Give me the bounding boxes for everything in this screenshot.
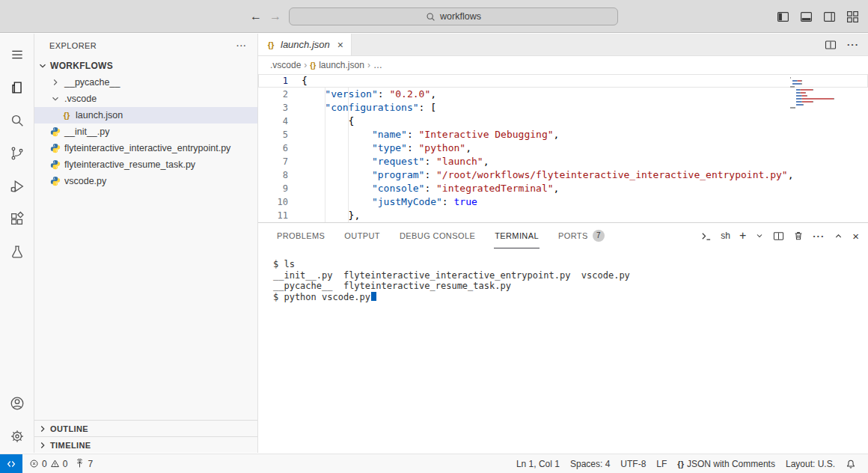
terminal-profile-label[interactable]: sh xyxy=(721,231,730,241)
code-line[interactable]: 6 "type": "python", xyxy=(258,141,868,155)
python-icon xyxy=(50,176,61,186)
tree-root-workflows[interactable]: WORKFLOWS xyxy=(34,58,257,74)
explorer-tree: __pycache__.vscode{}launch.json__init__.… xyxy=(34,74,257,189)
kill-terminal-icon[interactable] xyxy=(793,231,804,241)
remote-indicator[interactable] xyxy=(0,454,22,473)
breadcrumb-file[interactable]: launch.json xyxy=(319,60,364,70)
breadcrumb-symbol[interactable]: … xyxy=(373,60,382,70)
chevron-right-icon xyxy=(37,440,48,451)
keyboard-layout[interactable]: Layout: U.S. xyxy=(781,459,840,469)
minimap[interactable] xyxy=(790,77,858,110)
tree-item-label: .vscode xyxy=(64,94,97,104)
tab-problems[interactable]: PROBLEMS xyxy=(276,223,326,248)
tree-item-label: vscode.py xyxy=(64,176,106,186)
code-line[interactable]: 2 "version": "0.2.0", xyxy=(258,88,868,101)
outline-label: OUTLINE xyxy=(50,424,88,433)
customize-layout-icon[interactable] xyxy=(846,10,859,23)
root-folder-label: WORKFLOWS xyxy=(50,61,113,71)
settings-gear-icon[interactable] xyxy=(0,420,34,453)
activity-bar xyxy=(0,34,34,453)
eol-sequence[interactable]: LF xyxy=(652,459,671,469)
language-mode[interactable]: {} JSON with Comments xyxy=(673,459,780,469)
toggle-panel-icon[interactable] xyxy=(800,10,813,23)
close-panel-icon[interactable]: × xyxy=(852,231,859,242)
code-line[interactable]: 4 { xyxy=(258,115,868,128)
code-line[interactable]: 3 "configurations": [ xyxy=(258,101,868,115)
error-icon xyxy=(29,459,39,469)
terminal[interactable]: $ ls__init__.py flyteinteractive_interac… xyxy=(258,248,868,453)
tree-item-label: launch.json xyxy=(76,110,123,120)
back-button[interactable]: ← xyxy=(250,10,262,22)
tab-close-icon[interactable]: × xyxy=(334,40,343,50)
forward-button[interactable]: → xyxy=(269,10,281,22)
command-center-search[interactable]: workflows xyxy=(289,7,618,25)
maximize-panel-icon[interactable] xyxy=(834,231,843,241)
problems-status[interactable]: 0 0 xyxy=(25,459,71,469)
account-icon[interactable] xyxy=(0,387,34,420)
code-line[interactable]: 10 "justMyCode": true xyxy=(258,195,868,209)
extensions-icon[interactable] xyxy=(0,203,34,236)
breadcrumb-separator: › xyxy=(367,60,370,70)
explorer-icon[interactable] xyxy=(0,71,34,104)
tab-terminal[interactable]: TERMINAL xyxy=(494,223,540,248)
indentation[interactable]: Spaces: 4 xyxy=(566,459,614,469)
code-editor[interactable]: 1{2 "version": "0.2.0",3 "configurations… xyxy=(258,74,868,222)
tree-item-vscode-py[interactable]: vscode.py xyxy=(34,173,257,189)
tab-debug-console[interactable]: DEBUG CONSOLE xyxy=(399,223,476,248)
terminal-dropdown-icon[interactable] xyxy=(755,231,764,240)
encoding[interactable]: UTF-8 xyxy=(616,459,650,469)
line-number: 2 xyxy=(258,88,288,101)
toggle-sidebar-left-icon[interactable] xyxy=(777,10,789,23)
code-line[interactable]: 7 "request": "launch", xyxy=(258,155,868,168)
terminal-line: $ python vscode.py xyxy=(273,292,868,303)
code-line[interactable]: 5 "name": "Interactive Debugging", xyxy=(258,128,868,141)
tree-item-flyteinteractive-resume-task-py[interactable]: flyteinteractive_resume_task.py xyxy=(34,156,257,173)
line-number: 10 xyxy=(258,195,288,209)
tab-output[interactable]: OUTPUT xyxy=(343,223,381,248)
explorer-title: EXPLORER xyxy=(49,41,97,50)
tab-launch-json[interactable]: {} launch.json × xyxy=(258,34,352,55)
tab-ports[interactable]: PORTS 7 xyxy=(557,223,605,248)
tree-item-launch-json[interactable]: {}launch.json xyxy=(34,107,257,123)
timeline-section[interactable]: TIMELINE xyxy=(34,436,257,453)
editor-more-actions-icon[interactable]: ··· xyxy=(847,39,859,50)
testing-icon[interactable] xyxy=(0,236,34,269)
search-text: workflows xyxy=(440,11,481,22)
python-icon xyxy=(50,159,61,170)
tree-item--init-py[interactable]: __init__.py xyxy=(34,123,257,140)
ports-badge: 7 xyxy=(593,230,605,242)
search-view-icon[interactable] xyxy=(0,104,34,137)
line-number: 7 xyxy=(258,155,288,168)
code-line[interactable]: 8 "program": "/root/workflows/flyteinter… xyxy=(258,168,868,182)
ports-status[interactable]: 7 xyxy=(71,459,97,469)
chevron-right-icon xyxy=(50,77,61,88)
breadcrumb-folder[interactable]: .vscode xyxy=(270,60,301,70)
cursor-position[interactable]: Ln 1, Col 1 xyxy=(512,459,564,469)
remote-icon xyxy=(6,459,16,469)
status-bar: 0 0 7 Ln 1, Col 1 Spaces: 4 UTF-8 LF {} … xyxy=(0,454,868,473)
terminal-line: __init__.py flyteinteractive_interactive… xyxy=(273,270,868,281)
tree-item--pycache-[interactable]: __pycache__ xyxy=(34,74,257,91)
menu-icon[interactable] xyxy=(0,38,34,71)
code-line[interactable]: 1{ xyxy=(258,74,868,88)
error-count: 0 xyxy=(42,459,47,469)
code-line[interactable]: 11 }, xyxy=(258,209,868,222)
notifications-bell-icon[interactable] xyxy=(841,459,861,469)
run-debug-icon[interactable] xyxy=(0,170,34,203)
radio-tower-icon xyxy=(75,459,85,469)
tree-item-flyteinteractive-interactive-entrypoint-py[interactable]: flyteinteractive_interactive_entrypoint.… xyxy=(34,140,257,156)
new-terminal-icon[interactable]: + xyxy=(739,230,746,242)
panel-more-actions-icon[interactable]: ··· xyxy=(813,231,825,242)
breadcrumb[interactable]: .vscode › {} launch.json › … xyxy=(258,56,868,74)
split-editor-icon[interactable] xyxy=(825,39,837,51)
terminal-line: $ ls xyxy=(273,259,868,270)
outline-section[interactable]: OUTLINE xyxy=(34,420,257,436)
tree-item--vscode[interactable]: .vscode xyxy=(34,91,257,107)
code-line[interactable]: 9 "console": "integratedTerminal", xyxy=(258,182,868,195)
source-control-icon[interactable] xyxy=(0,137,34,170)
terminal-prompt-icon[interactable] xyxy=(700,231,712,242)
toggle-sidebar-right-icon[interactable] xyxy=(823,10,836,23)
explorer-actions-icon[interactable]: ··· xyxy=(236,41,247,50)
line-number: 11 xyxy=(258,209,288,222)
split-terminal-icon[interactable] xyxy=(773,231,784,242)
